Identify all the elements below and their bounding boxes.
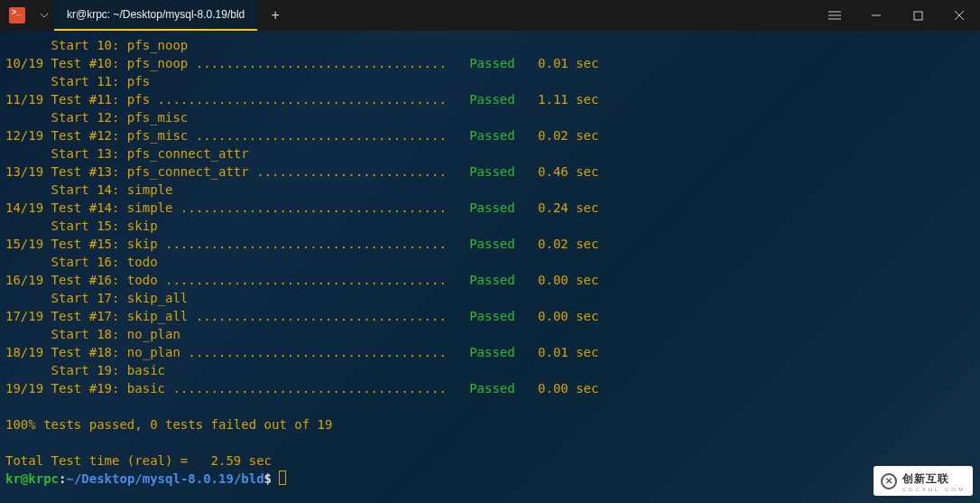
terminal-lines: Start 10: pfs_noop 10/19 Test #10: pfs_n…	[5, 36, 975, 415]
new-tab-button[interactable]: +	[257, 0, 293, 31]
watermark-sub: CDCXHL.COM	[902, 487, 966, 492]
summary-total-time: Total Test time (real) = 2.59 sec	[5, 453, 272, 468]
terminal-tab[interactable]: kr@krpc: ~/Desktop/mysql-8.0.19/bld	[54, 0, 257, 31]
svg-rect-4	[914, 12, 922, 20]
watermark-text: 创新互联	[902, 472, 949, 485]
terminal-icon	[9, 7, 25, 23]
watermark: ✕ 创新互联 CDCXHL.COM	[874, 466, 973, 496]
minimize-button[interactable]	[855, 0, 897, 31]
dropdown-icon[interactable]	[34, 0, 54, 31]
prompt-path: ~/Desktop/mysql-8.0.19/bld	[66, 471, 263, 486]
prompt-symbol: $	[264, 471, 272, 486]
app-icon[interactable]	[0, 0, 34, 31]
title-bar-spacer	[293, 0, 814, 31]
watermark-logo-icon: ✕	[881, 473, 897, 489]
hamburger-icon[interactable]	[814, 0, 855, 31]
window-controls	[814, 0, 980, 31]
cursor	[279, 470, 286, 485]
title-bar: kr@krpc: ~/Desktop/mysql-8.0.19/bld +	[0, 0, 980, 31]
close-button[interactable]	[938, 0, 980, 31]
summary-passed: 100% tests passed, 0 tests failed out of…	[5, 417, 332, 432]
tab-title: kr@krpc: ~/Desktop/mysql-8.0.19/bld	[67, 8, 245, 21]
terminal-output[interactable]: Start 10: pfs_noop 10/19 Test #10: pfs_n…	[0, 31, 980, 503]
maximize-button[interactable]	[897, 0, 938, 31]
prompt-user: kr@krpc	[5, 471, 59, 486]
